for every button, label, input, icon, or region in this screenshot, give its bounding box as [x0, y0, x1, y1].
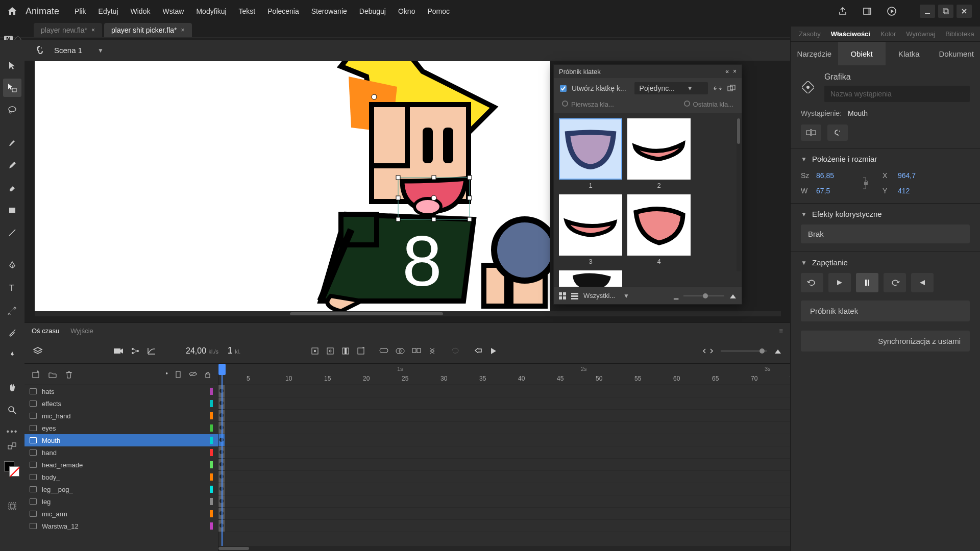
insert-frame-icon[interactable]	[341, 347, 350, 355]
section-position[interactable]: ▼Położenie i rozmiar	[791, 148, 980, 169]
list-view-icon[interactable]	[571, 292, 578, 299]
new-layer-icon[interactable]	[32, 370, 40, 379]
pencil-tool[interactable]	[3, 156, 21, 174]
last-frame-radio[interactable]: Ostatnia kla...	[684, 101, 733, 108]
instance-value[interactable]: Mouth	[848, 109, 878, 117]
onion-skin-icon[interactable]	[396, 347, 405, 355]
hand-tool[interactable]	[3, 379, 21, 397]
scene-icon[interactable]	[33, 43, 47, 58]
step-back-icon[interactable]	[474, 347, 482, 355]
track-row[interactable]	[218, 422, 790, 434]
menu-pomoc[interactable]: Pomoc	[421, 7, 456, 15]
highlight-dot-icon[interactable]: ●	[165, 371, 168, 378]
stage-canvas[interactable]: 8	[35, 61, 550, 316]
visibility-toggle-icon[interactable]	[188, 371, 198, 378]
create-keyframe-checkbox[interactable]	[560, 85, 567, 92]
outline-toggle-icon[interactable]	[175, 371, 181, 378]
width-value[interactable]: 86,85	[816, 171, 862, 180]
panel-close-icon[interactable]: ×	[733, 68, 737, 75]
timeline-zoom-slider[interactable]	[721, 350, 767, 352]
fit-timeline-icon[interactable]	[774, 347, 782, 355]
tab-close-icon[interactable]: ×	[91, 27, 95, 34]
first-frame-radio[interactable]: Pierwsza kla...	[562, 101, 614, 108]
new-folder-icon[interactable]	[48, 371, 57, 378]
lip-sync-button[interactable]: Synchronizacja z ustami	[801, 331, 970, 352]
prop-tab-obiekt[interactable]: Obiekt	[838, 42, 886, 65]
frame-picker-button[interactable]: Próbnik klatek	[801, 300, 970, 321]
camera-icon[interactable]	[113, 347, 124, 355]
track-row[interactable]	[218, 508, 790, 520]
loop-range-icon[interactable]	[702, 347, 714, 355]
more-tools[interactable]: •••	[3, 427, 21, 437]
menu-wstaw[interactable]: Wstaw	[156, 7, 190, 15]
play-test-icon[interactable]	[885, 5, 898, 18]
minimize-icon[interactable]	[920, 5, 935, 18]
menu-widok[interactable]: Widok	[125, 7, 157, 15]
track-row[interactable]	[218, 495, 790, 508]
overlay-icon[interactable]	[727, 85, 736, 92]
pen-tool[interactable]	[3, 256, 21, 274]
layer-row[interactable]: mic_hand	[24, 410, 218, 422]
layer-row[interactable]: body_	[24, 471, 218, 483]
zoom-in-icon[interactable]	[729, 293, 737, 299]
frame-thumb-2[interactable]: 2	[627, 118, 691, 189]
workspace-icon[interactable]	[861, 5, 874, 18]
layer-row[interactable]: leg__pog_	[24, 483, 218, 495]
play-icon[interactable]	[489, 347, 497, 355]
loop-reverse-icon[interactable]	[884, 273, 906, 292]
layer-row[interactable]: eyes	[24, 422, 218, 434]
loop-once-icon[interactable]	[828, 273, 851, 292]
insert-keyframe-icon[interactable]	[311, 347, 319, 355]
layer-row[interactable]: leg	[24, 495, 218, 508]
link-icon[interactable]	[713, 85, 722, 92]
layer-row[interactable]: head_remade	[24, 459, 218, 471]
fps-value[interactable]: 24,00	[186, 346, 206, 355]
stage-h-scrollbar[interactable]	[35, 311, 781, 316]
loop-reverse-once-icon[interactable]	[911, 273, 934, 292]
insert-blank-keyframe-icon[interactable]	[326, 347, 334, 355]
lock-toggle-icon[interactable]	[205, 371, 211, 378]
menu-sterowanie[interactable]: Sterowanie	[305, 7, 353, 15]
instance-name-input[interactable]: Nazwa wystąpienia	[824, 86, 970, 102]
frame-thumb-3[interactable]: 3	[559, 194, 622, 265]
edit-multiple-icon[interactable]	[412, 347, 421, 355]
height-value[interactable]: 67,5	[816, 187, 862, 195]
loop-play-icon[interactable]	[801, 273, 823, 292]
lasso-tool[interactable]	[3, 101, 21, 119]
edit-symbol-button[interactable]	[827, 124, 848, 141]
layers-icon[interactable]	[33, 346, 43, 356]
eraser-tool[interactable]	[3, 179, 21, 197]
share-icon[interactable]	[836, 5, 849, 18]
loop-single-icon[interactable]	[856, 273, 878, 292]
lock-icon[interactable]	[862, 176, 883, 191]
close-icon[interactable]	[957, 5, 972, 18]
tween-icon[interactable]	[379, 347, 388, 355]
swap-symbol-button[interactable]	[801, 124, 821, 141]
track-row[interactable]	[218, 385, 790, 397]
track-row[interactable]	[218, 434, 790, 446]
current-frame[interactable]: 1	[228, 345, 233, 356]
panel-collapse-icon[interactable]: «	[725, 68, 729, 75]
track-row[interactable]	[218, 459, 790, 471]
section-color-fx[interactable]: ▼Efekty kolorystyczne	[791, 203, 980, 224]
menu-okno[interactable]: Okno	[392, 7, 421, 15]
layer-row[interactable]: Warstwa_12	[24, 520, 218, 532]
layer-row[interactable]: Mouth	[24, 434, 218, 446]
transform-options-icon[interactable]	[3, 497, 21, 515]
document-tab[interactable]: player shit picker.fla*×	[104, 23, 191, 37]
menu-plik[interactable]: Plik	[68, 7, 92, 15]
track-row[interactable]	[218, 410, 790, 422]
track-row[interactable]	[218, 446, 790, 459]
free-transform-tool[interactable]	[3, 79, 21, 97]
x-value[interactable]: 964,7	[898, 171, 944, 180]
tab-kolor[interactable]: Kolor	[880, 30, 896, 38]
tab-zasoby[interactable]: Zasoby	[799, 30, 821, 38]
document-tab[interactable]: player new.fla*×	[34, 23, 102, 37]
playhead[interactable]	[222, 364, 223, 551]
timeline-h-scrollbar[interactable]	[218, 546, 790, 551]
eyedropper-tool[interactable]	[3, 323, 21, 342]
bone-tool[interactable]	[3, 301, 21, 319]
loop-playback-icon[interactable]	[451, 347, 460, 355]
chevron-down-icon[interactable]: ▼	[97, 47, 104, 54]
layer-parenting-icon[interactable]	[131, 347, 140, 355]
